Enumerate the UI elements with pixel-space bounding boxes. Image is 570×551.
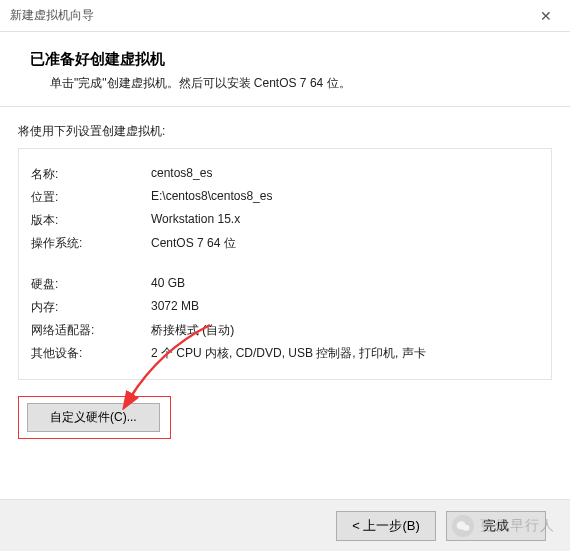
disk-value: 40 GB [147,273,543,296]
titlebar: 新建虚拟机向导 ✕ [0,0,570,32]
name-label: 名称: [27,163,147,186]
settings-label: 将使用下列设置创建虚拟机: [18,123,552,140]
back-button[interactable]: < 上一步(B) [336,511,436,541]
memory-value: 3072 MB [147,296,543,319]
row-name: 名称: centos8_es [27,163,543,186]
network-value: 桥接模式 (自动) [147,319,543,342]
close-icon[interactable]: ✕ [532,4,560,28]
watermark: 更俱早行人 [452,515,555,537]
content-area: 将使用下列设置创建虚拟机: 名称: centos8_es 位置: E:\cent… [0,107,570,439]
version-label: 版本: [27,209,147,232]
row-location: 位置: E:\centos8\centos8_es [27,186,543,209]
watermark-text: 更俱早行人 [480,517,555,535]
other-label: 其他设备: [27,342,147,365]
row-version: 版本: Workstation 15.x [27,209,543,232]
location-label: 位置: [27,186,147,209]
window-title: 新建虚拟机向导 [10,7,94,24]
version-value: Workstation 15.x [147,209,543,232]
os-label: 操作系统: [27,232,147,255]
row-other: 其他设备: 2 个 CPU 内核, CD/DVD, USB 控制器, 打印机, … [27,342,543,365]
customize-highlight: 自定义硬件(C)... [18,396,171,439]
disk-label: 硬盘: [27,273,147,296]
wechat-icon [452,515,474,537]
settings-box: 名称: centos8_es 位置: E:\centos8\centos8_es… [18,148,552,380]
settings-table: 名称: centos8_es 位置: E:\centos8\centos8_es… [27,163,543,365]
customize-hardware-button[interactable]: 自定义硬件(C)... [27,403,160,432]
other-value: 2 个 CPU 内核, CD/DVD, USB 控制器, 打印机, 声卡 [147,342,543,365]
page-title: 已准备好创建虚拟机 [30,50,540,69]
row-os: 操作系统: CentOS 7 64 位 [27,232,543,255]
row-disk: 硬盘: 40 GB [27,273,543,296]
memory-label: 内存: [27,296,147,319]
row-network: 网络适配器: 桥接模式 (自动) [27,319,543,342]
wizard-header: 已准备好创建虚拟机 单击"完成"创建虚拟机。然后可以安装 CentOS 7 64… [0,32,570,107]
network-label: 网络适配器: [27,319,147,342]
os-value: CentOS 7 64 位 [147,232,543,255]
page-subtitle: 单击"完成"创建虚拟机。然后可以安装 CentOS 7 64 位。 [30,75,540,92]
name-value: centos8_es [147,163,543,186]
location-value: E:\centos8\centos8_es [147,186,543,209]
svg-point-1 [462,525,469,531]
row-memory: 内存: 3072 MB [27,296,543,319]
